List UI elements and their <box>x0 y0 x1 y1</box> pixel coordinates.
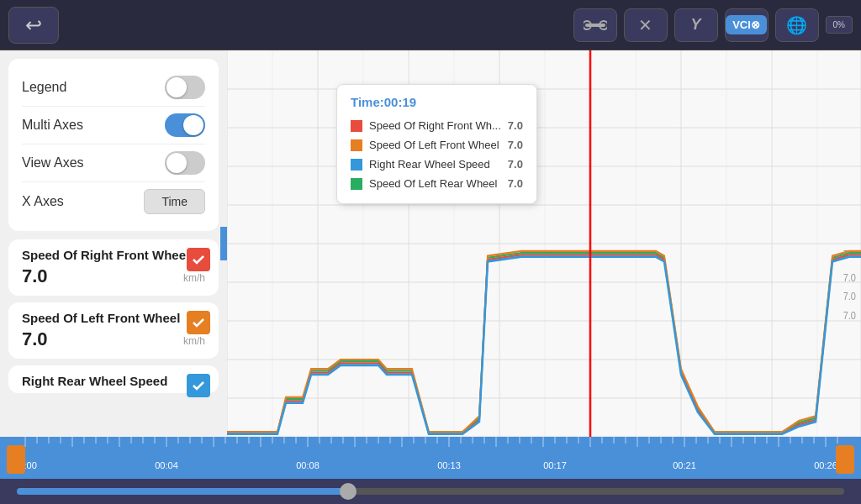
tooltip-row-1: Speed Of Left Front Wheel 7.0 <box>351 135 523 155</box>
globe-btn[interactable]: 🌐 <box>775 8 819 42</box>
view-axes-toggle[interactable] <box>165 151 205 175</box>
back-arrow-icon: ↩ <box>25 13 42 37</box>
tooltip-time: Time:00:19 <box>351 95 523 109</box>
tooltip-name-3: Speed Of Left Rear Wheel <box>369 177 501 190</box>
toggle-knob-2 <box>183 115 203 135</box>
legend-toggle[interactable] <box>165 76 205 99</box>
right-rear-title: Right Rear Wheel Speed <box>22 374 205 388</box>
collapse-btn[interactable]: « <box>220 227 227 260</box>
left-front-unit: km/h <box>183 335 205 347</box>
tooltip-val-2: 7.0 <box>508 158 523 171</box>
tooltip-color-red <box>351 120 362 132</box>
chart-area: 7.0 7.0 7.0 7.0 Time:00:19 Speed Of Righ… <box>227 50 861 437</box>
tooltip-name-2: Right Rear Wheel Speed <box>369 158 501 171</box>
tooltip-row-0: Speed Of Right Front Wh... 7.0 <box>351 116 523 135</box>
checkmark-icon-2 <box>192 316 205 329</box>
timeline-svg: 00:00 00:04 00:08 00:13 00:17 00:21 00:2… <box>0 437 861 479</box>
toggle-knob-3 <box>166 153 187 173</box>
svg-text:00:26: 00:26 <box>814 460 837 470</box>
y-icon: Y <box>691 16 701 34</box>
x-axes-label: X Axes <box>22 194 64 209</box>
left-front-title: Speed Of Left Front Wheel <box>22 311 205 325</box>
tooltip-name-0: Speed Of Right Front Wh... <box>369 119 501 132</box>
tooltip-row-3: Speed Of Left Rear Wheel 7.0 <box>351 174 523 193</box>
data-card-right-front: Speed Of Right Front Wheel 7.0 km/h <box>8 239 219 296</box>
scrubber-bar <box>0 479 861 504</box>
svg-text:7.0: 7.0 <box>843 291 857 302</box>
main-content: Legend Multi Axes View Axes X Axes Time <box>0 50 861 437</box>
svg-text:00:08: 00:08 <box>296 460 320 470</box>
checkmark-icon-3 <box>192 379 205 392</box>
x-axes-row: X Axes Time <box>22 182 205 221</box>
right-front-title: Speed Of Right Front Wheel <box>22 248 205 262</box>
vci-label: VCI⊗ <box>726 15 767 34</box>
top-right-icons: ✕ Y VCI⊗ 🌐 0% <box>573 8 853 42</box>
timeline-left-handle[interactable] <box>7 445 25 474</box>
tooltip-color-orange <box>351 139 362 151</box>
tooltip-row-2: Right Rear Wheel Speed 7.0 <box>351 155 523 174</box>
svg-rect-0 <box>585 24 605 27</box>
svg-text:00:17: 00:17 <box>543 460 567 470</box>
timeline-bar[interactable]: 00:00 00:04 00:08 00:13 00:17 00:21 00:2… <box>0 437 861 479</box>
x-axes-time-btn[interactable]: Time <box>144 189 205 214</box>
data-card-right-rear: Right Rear Wheel Speed <box>8 365 219 393</box>
badge-orange <box>187 311 210 334</box>
globe-icon: 🌐 <box>786 15 807 35</box>
tooltip-val-3: 7.0 <box>508 177 523 190</box>
legend-label: Legend <box>22 80 66 95</box>
timeline-ticks-container: 00:00 00:04 00:08 00:13 00:17 00:21 00:2… <box>0 437 861 479</box>
tooltip-color-blue <box>351 159 362 171</box>
y-axis-btn[interactable]: Y <box>674 8 718 42</box>
legend-row: Legend <box>22 69 205 107</box>
tooltip-color-green <box>351 178 362 190</box>
left-panel: Legend Multi Axes View Axes X Axes Time <box>0 50 227 437</box>
svg-text:00:21: 00:21 <box>673 460 696 470</box>
chart-svg: 7.0 7.0 7.0 7.0 <box>227 50 861 437</box>
multi-axes-row: Multi Axes <box>22 107 205 144</box>
scrubber-thumb[interactable] <box>340 483 357 500</box>
chart-tooltip: Time:00:19 Speed Of Right Front Wh... 7.… <box>336 84 537 204</box>
right-front-value: 7.0 <box>22 265 205 287</box>
x-icon: ✕ <box>638 15 652 35</box>
battery-display: 0% <box>826 16 853 34</box>
multi-axes-label: Multi Axes <box>22 118 83 133</box>
view-axes-row: View Axes <box>22 144 205 182</box>
left-front-value: 7.0 <box>22 328 205 350</box>
toggle-knob <box>166 77 187 97</box>
tooltip-val-1: 7.0 <box>508 139 523 151</box>
axle-icon-btn[interactable] <box>573 8 617 42</box>
svg-text:7.0: 7.0 <box>843 271 857 283</box>
scrubber-track[interactable] <box>17 488 844 495</box>
badge-red <box>187 248 210 271</box>
settings-card: Legend Multi Axes View Axes X Axes Time <box>8 59 219 231</box>
top-bar: ↩ ✕ Y VCI⊗ 🌐 0% <box>0 0 861 50</box>
view-axes-label: View Axes <box>22 155 84 171</box>
badge-blue <box>187 374 210 397</box>
svg-text:00:04: 00:04 <box>155 460 178 470</box>
svg-text:00:13: 00:13 <box>437 460 461 470</box>
multi-axes-toggle[interactable] <box>165 113 205 137</box>
back-button[interactable]: ↩ <box>8 7 59 44</box>
svg-text:7.0: 7.0 <box>843 309 857 321</box>
data-card-left-front: Speed Of Left Front Wheel 7.0 km/h <box>8 302 219 359</box>
scrubber-fill <box>17 488 348 495</box>
tooltip-name-1: Speed Of Left Front Wheel <box>369 139 501 151</box>
x-axis-btn[interactable]: ✕ <box>624 8 668 42</box>
right-front-unit: km/h <box>183 272 205 284</box>
axle-icon <box>584 17 607 34</box>
timeline-right-handle[interactable] <box>836 445 854 474</box>
checkmark-icon <box>192 253 205 266</box>
tooltip-val-0: 7.0 <box>508 119 523 132</box>
vci-btn[interactable]: VCI⊗ <box>725 8 769 42</box>
